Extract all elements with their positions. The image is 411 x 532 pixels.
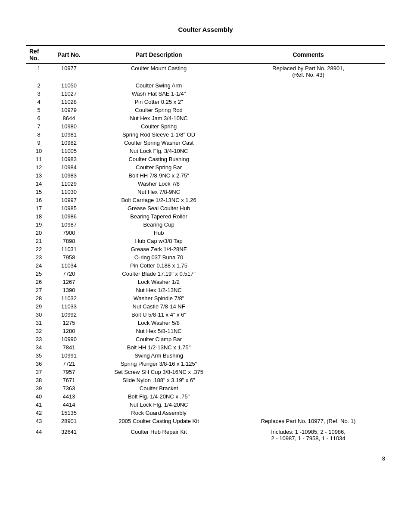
table-row: 810981Spring Rod Sleeve 1-1/8" OD <box>26 131 385 139</box>
table-row: 411028Pin Cotter 0.25 x 2" <box>26 98 385 106</box>
table-row: 43289012005 Coulter Casting Update KitRe… <box>26 417 385 425</box>
table-row: 257720Coulter Blade 17.19" x 0.517" <box>26 270 385 278</box>
table-row: 2911033Nut Castle 7/8-14 NF <box>26 302 385 311</box>
col-header-comments: Comments <box>231 46 385 64</box>
table-row: 217898Hub Cap w/3/8 Tap <box>26 237 385 245</box>
table-row: 321280Nut Hex 5/8-11NC <box>26 327 385 335</box>
table-row: 1710985Grease Seal Coulter Hub <box>26 204 385 212</box>
table-row: 4432641Coulter Hub Repair KitIncludes: 1… <box>26 428 385 442</box>
table-row: 207900Hub <box>26 229 385 237</box>
table-row: 404413Bolt Flg. 1/4-20NC x .75" <box>26 392 385 401</box>
table-row: 1210984Coulter Spring Bar <box>26 163 385 171</box>
table-row: 3310990Coulter Clamp Bar <box>26 335 385 343</box>
table-row: 1511030Nut Hex 7/8-9NC <box>26 188 385 196</box>
table-row: 2211031Grease Zerk 1/4-28NF <box>26 245 385 253</box>
col-header-ref: Ref No. <box>26 46 52 64</box>
table-row: 261267Lock Washer 1/2 <box>26 278 385 286</box>
page-title: Coulter Assembly <box>26 26 385 33</box>
table-row: 211050Coulter Swing Arm <box>26 81 385 90</box>
table-row: 1810986Bearing Tapered Roller <box>26 212 385 221</box>
table-row: 68644Nut Hex Jam 3/4-10NC <box>26 114 385 122</box>
table-row: 1011005Nut Lock Flg. 3/4-10NC <box>26 147 385 155</box>
table-row: 237958O-ring 037 Buna 70 <box>26 253 385 261</box>
table-row: 4215135Rock Guard Assembly <box>26 409 385 417</box>
table-row: 311027Wash Flat SAE 1-1/4" <box>26 90 385 98</box>
table-row: 1910987Bearing Cup <box>26 221 385 229</box>
table-row: 367721Spring Plunger 3/8-16 x 1.125" <box>26 360 385 368</box>
table-row: 910982Coulter Spring Washer Cast <box>26 139 385 147</box>
table-row: 2811032Washer Spindle 7/8" <box>26 294 385 302</box>
table-row: 1610997Bolt Carriage 1/2-13NC x 1.26 <box>26 196 385 204</box>
table-row: 3010992Bolt U 5/8-11 x 4" x 6" <box>26 311 385 319</box>
table-row: 2411034Pin Cotter 0.188 x 1.75 <box>26 261 385 270</box>
table-row: 110977Coulter Mount CastingReplaced by P… <box>26 64 385 79</box>
col-header-desc: Part Description <box>86 46 231 64</box>
table-row: 1411029Washer Lock 7/8 <box>26 180 385 188</box>
parts-table: Ref No. Part No. Part Description Commen… <box>26 45 385 442</box>
table-row: 710980Coulter Spring <box>26 122 385 131</box>
table-row: 397363Coulter Bracket <box>26 384 385 392</box>
table-row: 414414Nut Lock Flg. 1/4-20NC <box>26 401 385 409</box>
page-number: 8 <box>26 455 385 462</box>
table-row: 311275Lock Washer 5/8 <box>26 319 385 327</box>
table-row: 510979Coulter Spring Rod <box>26 106 385 114</box>
col-header-part: Part No. <box>52 46 86 64</box>
table-row: 3510991Swing Arm Bushing <box>26 352 385 360</box>
table-row: 1310983Bolt HH 7/8-9NC x 2.75" <box>26 171 385 180</box>
table-row: 271390Nut Hex 1/2-13NC <box>26 286 385 294</box>
table-row: 377957Set Screw SH Cup 3/8-16NC x .375 <box>26 368 385 376</box>
table-row: 1110983Coulter Casting Bushing <box>26 155 385 163</box>
table-row: 387671Slide Nylon .188" x 3.19" x 6" <box>26 376 385 384</box>
table-row: 347841Bolt HH 1/2-13NC x 1.75" <box>26 343 385 352</box>
